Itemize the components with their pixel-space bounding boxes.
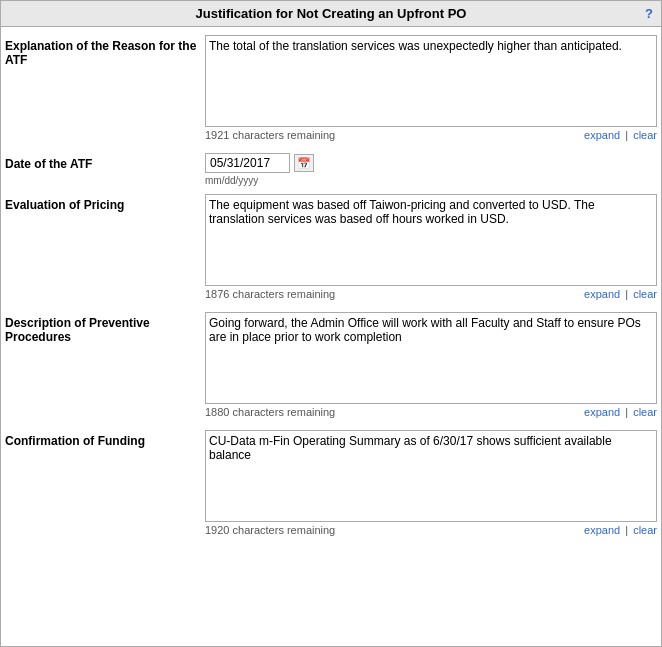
expand-link-pricing[interactable]: expand: [584, 288, 620, 300]
field-row-date-atf: Date of the ATF📅mm/dd/yyyy: [1, 145, 661, 186]
expand-link-funding[interactable]: expand: [584, 524, 620, 536]
field-preventive: 1880 characters remainingexpand | clear: [205, 312, 657, 422]
clear-link-funding[interactable]: clear: [633, 524, 657, 536]
field-row-reason-atf: Explanation of the Reason for the ATF192…: [1, 27, 661, 145]
actions-funding: expand | clear: [584, 524, 657, 536]
char-count-reason-atf: 1921 characters remaining: [205, 129, 335, 141]
separator-reason-atf: |: [622, 129, 631, 141]
textarea-reason-atf[interactable]: [205, 35, 657, 127]
field-row-funding: Confirmation of Funding1920 characters r…: [1, 422, 661, 540]
actions-pricing: expand | clear: [584, 288, 657, 300]
label-funding: Confirmation of Funding: [5, 430, 205, 448]
label-preventive: Description of Preventive Procedures: [5, 312, 205, 344]
field-reason-atf: 1921 characters remainingexpand | clear: [205, 35, 657, 145]
expand-link-reason-atf[interactable]: expand: [584, 129, 620, 141]
textarea-preventive[interactable]: [205, 312, 657, 404]
expand-link-preventive[interactable]: expand: [584, 406, 620, 418]
char-count-pricing: 1876 characters remaining: [205, 288, 335, 300]
separator-funding: |: [622, 524, 631, 536]
clear-link-pricing[interactable]: clear: [633, 288, 657, 300]
field-row-pricing: Evaluation of Pricing1876 characters rem…: [1, 186, 661, 304]
date-input-wrap: 📅: [205, 153, 657, 173]
field-row-preventive: Description of Preventive Procedures1880…: [1, 304, 661, 422]
separator-pricing: |: [622, 288, 631, 300]
field-date-atf: 📅mm/dd/yyyy: [205, 153, 657, 186]
textarea-pricing[interactable]: [205, 194, 657, 286]
actions-reason-atf: expand | clear: [584, 129, 657, 141]
clear-link-preventive[interactable]: clear: [633, 406, 657, 418]
label-pricing: Evaluation of Pricing: [5, 194, 205, 212]
title-text: Justification for Not Creating an Upfron…: [196, 6, 467, 21]
clear-link-reason-atf[interactable]: clear: [633, 129, 657, 141]
char-count-preventive: 1880 characters remaining: [205, 406, 335, 418]
help-icon[interactable]: ?: [645, 6, 653, 21]
calendar-icon-date-atf[interactable]: 📅: [294, 154, 314, 172]
separator-preventive: |: [622, 406, 631, 418]
label-date-atf: Date of the ATF: [5, 153, 205, 171]
textarea-funding[interactable]: [205, 430, 657, 522]
date-hint-date-atf: mm/dd/yyyy: [205, 175, 657, 186]
actions-preventive: expand | clear: [584, 406, 657, 418]
label-reason-atf: Explanation of the Reason for the ATF: [5, 35, 205, 67]
date-input-date-atf[interactable]: [205, 153, 290, 173]
field-funding: 1920 characters remainingexpand | clear: [205, 430, 657, 540]
dialog-title: Justification for Not Creating an Upfron…: [1, 1, 661, 27]
char-count-funding: 1920 characters remaining: [205, 524, 335, 536]
field-pricing: 1876 characters remainingexpand | clear: [205, 194, 657, 304]
